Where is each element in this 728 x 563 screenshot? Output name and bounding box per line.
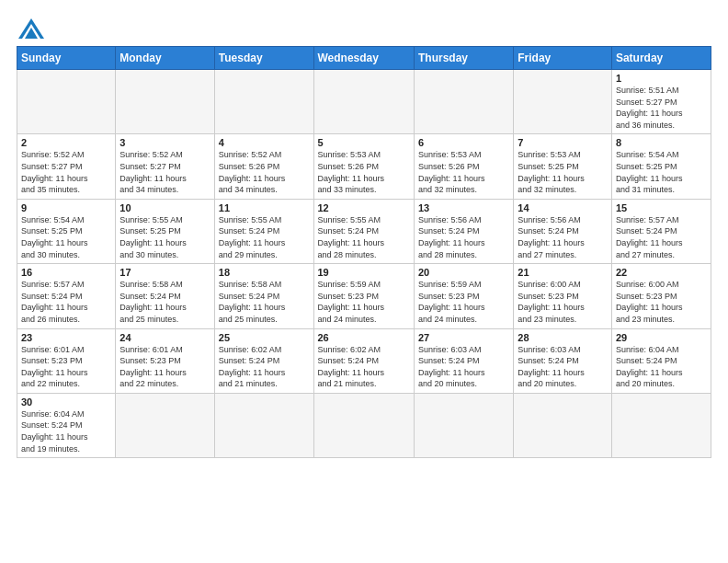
weekday-header-tuesday: Tuesday [214, 47, 313, 70]
day-number: 15 [616, 202, 707, 213]
day-number: 11 [219, 202, 310, 213]
day-info: Sunrise: 5:56 AM Sunset: 5:24 PM Dayligh… [418, 214, 509, 260]
logo-icon [18, 18, 44, 39]
day-number: 13 [418, 202, 509, 213]
calendar-cell: 7Sunrise: 5:53 AM Sunset: 5:25 PM Daylig… [514, 134, 612, 199]
calendar-week-row: 23Sunrise: 6:01 AM Sunset: 5:23 PM Dayli… [17, 328, 711, 393]
day-info: Sunrise: 5:53 AM Sunset: 5:26 PM Dayligh… [318, 149, 410, 195]
calendar-cell: 4Sunrise: 5:52 AM Sunset: 5:26 PM Daylig… [214, 134, 313, 199]
day-number: 18 [219, 267, 310, 278]
calendar-table: SundayMondayTuesdayWednesdayThursdayFrid… [17, 46, 711, 458]
calendar-cell: 18Sunrise: 5:58 AM Sunset: 5:24 PM Dayli… [214, 264, 313, 328]
day-number: 9 [21, 202, 111, 213]
day-info: Sunrise: 5:54 AM Sunset: 5:25 PM Dayligh… [616, 149, 707, 195]
calendar-cell: 9Sunrise: 5:54 AM Sunset: 5:25 PM Daylig… [17, 199, 116, 263]
day-number: 25 [219, 332, 310, 343]
calendar-cell: 27Sunrise: 6:03 AM Sunset: 5:24 PM Dayli… [414, 328, 513, 393]
calendar-cell: 28Sunrise: 6:03 AM Sunset: 5:24 PM Dayli… [514, 328, 612, 393]
weekday-header-row: SundayMondayTuesdayWednesdayThursdayFrid… [17, 47, 711, 70]
weekday-header-wednesday: Wednesday [313, 47, 414, 70]
day-number: 1 [616, 73, 707, 84]
calendar-week-row: 1Sunrise: 5:51 AM Sunset: 5:27 PM Daylig… [17, 70, 711, 134]
calendar-cell [313, 70, 414, 134]
day-number: 26 [318, 332, 410, 343]
calendar-cell: 15Sunrise: 5:57 AM Sunset: 5:24 PM Dayli… [611, 199, 711, 263]
calendar-cell: 17Sunrise: 5:58 AM Sunset: 5:24 PM Dayli… [116, 264, 214, 328]
day-info: Sunrise: 5:55 AM Sunset: 5:24 PM Dayligh… [219, 214, 310, 260]
day-number: 6 [418, 137, 509, 148]
day-info: Sunrise: 6:03 AM Sunset: 5:24 PM Dayligh… [518, 344, 608, 390]
calendar-cell: 1Sunrise: 5:51 AM Sunset: 5:27 PM Daylig… [611, 70, 711, 134]
weekday-header-sunday: Sunday [17, 47, 116, 70]
calendar-cell: 19Sunrise: 5:59 AM Sunset: 5:23 PM Dayli… [313, 264, 414, 328]
day-info: Sunrise: 6:02 AM Sunset: 5:24 PM Dayligh… [219, 344, 310, 390]
day-number: 29 [616, 332, 707, 343]
day-number: 8 [616, 137, 707, 148]
page: SundayMondayTuesdayWednesdayThursdayFrid… [0, 0, 728, 467]
day-number: 22 [616, 267, 707, 278]
weekday-header-thursday: Thursday [414, 47, 513, 70]
calendar-cell [414, 70, 513, 134]
calendar-cell: 6Sunrise: 5:53 AM Sunset: 5:26 PM Daylig… [414, 134, 513, 199]
calendar-cell [514, 393, 612, 457]
day-number: 12 [318, 202, 410, 213]
calendar-cell: 24Sunrise: 6:01 AM Sunset: 5:23 PM Dayli… [116, 328, 214, 393]
logo-area [17, 15, 44, 39]
day-number: 16 [21, 267, 111, 278]
day-number: 10 [119, 202, 210, 213]
day-info: Sunrise: 5:59 AM Sunset: 5:23 PM Dayligh… [418, 279, 509, 325]
calendar-cell: 25Sunrise: 6:02 AM Sunset: 5:24 PM Dayli… [214, 328, 313, 393]
day-info: Sunrise: 6:00 AM Sunset: 5:23 PM Dayligh… [518, 279, 608, 325]
day-info: Sunrise: 5:57 AM Sunset: 5:24 PM Dayligh… [21, 279, 111, 325]
day-number: 20 [418, 267, 509, 278]
day-number: 17 [119, 267, 210, 278]
weekday-header-saturday: Saturday [611, 47, 711, 70]
day-info: Sunrise: 5:54 AM Sunset: 5:25 PM Dayligh… [21, 214, 111, 260]
calendar-cell: 10Sunrise: 5:55 AM Sunset: 5:25 PM Dayli… [116, 199, 214, 263]
day-number: 27 [418, 332, 509, 343]
day-number: 24 [119, 332, 210, 343]
day-info: Sunrise: 5:58 AM Sunset: 5:24 PM Dayligh… [119, 279, 210, 325]
day-info: Sunrise: 5:51 AM Sunset: 5:27 PM Dayligh… [616, 85, 707, 131]
calendar-week-row: 16Sunrise: 5:57 AM Sunset: 5:24 PM Dayli… [17, 264, 711, 328]
weekday-header-monday: Monday [116, 47, 214, 70]
calendar-cell [214, 70, 313, 134]
day-number: 7 [518, 137, 608, 148]
day-number: 5 [318, 137, 410, 148]
day-info: Sunrise: 6:04 AM Sunset: 5:24 PM Dayligh… [616, 344, 707, 390]
calendar-cell: 5Sunrise: 5:53 AM Sunset: 5:26 PM Daylig… [313, 134, 414, 199]
calendar-cell [313, 393, 414, 457]
day-info: Sunrise: 5:53 AM Sunset: 5:26 PM Dayligh… [418, 149, 509, 195]
day-info: Sunrise: 5:55 AM Sunset: 5:25 PM Dayligh… [119, 214, 210, 260]
calendar-cell: 3Sunrise: 5:52 AM Sunset: 5:27 PM Daylig… [116, 134, 214, 199]
day-info: Sunrise: 6:00 AM Sunset: 5:23 PM Dayligh… [616, 279, 707, 325]
calendar-cell: 2Sunrise: 5:52 AM Sunset: 5:27 PM Daylig… [17, 134, 116, 199]
calendar-week-row: 30Sunrise: 6:04 AM Sunset: 5:24 PM Dayli… [17, 393, 711, 457]
calendar-cell: 14Sunrise: 5:56 AM Sunset: 5:24 PM Dayli… [514, 199, 612, 263]
calendar-cell: 11Sunrise: 5:55 AM Sunset: 5:24 PM Dayli… [214, 199, 313, 263]
calendar-cell: 16Sunrise: 5:57 AM Sunset: 5:24 PM Dayli… [17, 264, 116, 328]
day-info: Sunrise: 6:02 AM Sunset: 5:24 PM Dayligh… [318, 344, 410, 390]
calendar-cell: 30Sunrise: 6:04 AM Sunset: 5:24 PM Dayli… [17, 393, 116, 457]
day-info: Sunrise: 6:03 AM Sunset: 5:24 PM Dayligh… [418, 344, 509, 390]
day-info: Sunrise: 5:55 AM Sunset: 5:24 PM Dayligh… [318, 214, 410, 260]
day-number: 14 [518, 202, 608, 213]
calendar-cell: 20Sunrise: 5:59 AM Sunset: 5:23 PM Dayli… [414, 264, 513, 328]
calendar-cell: 23Sunrise: 6:01 AM Sunset: 5:23 PM Dayli… [17, 328, 116, 393]
calendar-cell: 13Sunrise: 5:56 AM Sunset: 5:24 PM Dayli… [414, 199, 513, 263]
day-number: 3 [119, 137, 210, 148]
day-info: Sunrise: 5:58 AM Sunset: 5:24 PM Dayligh… [219, 279, 310, 325]
calendar-cell [611, 393, 711, 457]
day-info: Sunrise: 5:57 AM Sunset: 5:24 PM Dayligh… [616, 214, 707, 260]
day-info: Sunrise: 6:01 AM Sunset: 5:23 PM Dayligh… [119, 344, 210, 390]
day-number: 19 [318, 267, 410, 278]
calendar-cell [414, 393, 513, 457]
weekday-header-friday: Friday [514, 47, 612, 70]
day-info: Sunrise: 6:04 AM Sunset: 5:24 PM Dayligh… [21, 408, 111, 454]
day-number: 30 [21, 396, 111, 408]
day-info: Sunrise: 5:52 AM Sunset: 5:27 PM Dayligh… [119, 149, 210, 195]
calendar-cell [116, 393, 214, 457]
calendar-cell: 29Sunrise: 6:04 AM Sunset: 5:24 PM Dayli… [611, 328, 711, 393]
day-info: Sunrise: 5:59 AM Sunset: 5:23 PM Dayligh… [318, 279, 410, 325]
day-number: 4 [219, 137, 310, 148]
